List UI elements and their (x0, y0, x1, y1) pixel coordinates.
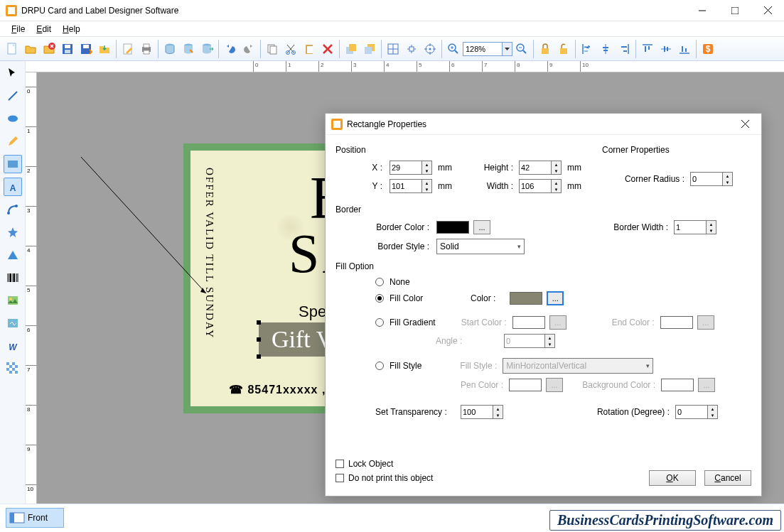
lock-icon[interactable] (537, 40, 554, 58)
align-top-icon[interactable] (639, 40, 656, 58)
corner-radius-spinner[interactable]: ▲▼ (723, 172, 733, 186)
svg-rect-21 (270, 46, 276, 54)
pointer-tool[interactable] (4, 64, 22, 82)
phone-text[interactable]: ☎ 85471xxxxx ,95 (229, 383, 340, 396)
border-color-swatch[interactable] (436, 221, 469, 234)
svg-rect-9 (65, 45, 70, 48)
star-tool[interactable] (4, 223, 22, 241)
barcode-tool[interactable] (4, 268, 22, 287)
transparency-input[interactable] (461, 405, 493, 419)
grid-icon[interactable] (385, 40, 402, 58)
noprint-checkbox[interactable] (335, 474, 344, 482)
image-tool[interactable] (4, 291, 22, 310)
svg-rect-1 (8, 7, 15, 14)
ellipse-tool[interactable] (4, 109, 22, 128)
dialog-close-button[interactable] (734, 114, 756, 135)
undo-icon[interactable] (222, 40, 239, 58)
offer-text[interactable]: OFFER VALID TILL SUNDAY (203, 168, 215, 339)
cancel-button[interactable]: Cancel (704, 470, 751, 486)
close-file-icon[interactable] (41, 40, 58, 58)
send-back-icon[interactable] (361, 40, 378, 58)
fill-color-picker[interactable]: ... (547, 291, 564, 305)
library-tool[interactable] (4, 314, 22, 332)
transparency-spinner[interactable]: ▲▼ (493, 405, 503, 419)
cut-icon[interactable] (282, 40, 299, 58)
menubar: File Edit Help (0, 21, 784, 37)
start-color-picker: ... (549, 315, 566, 330)
line-tool[interactable] (4, 87, 22, 105)
zoom-out-icon[interactable] (513, 40, 530, 58)
width-input[interactable] (519, 179, 552, 193)
x-input[interactable] (390, 161, 422, 175)
database-edit-icon[interactable] (180, 40, 197, 58)
height-spinner[interactable]: ▲▼ (552, 161, 562, 175)
price-icon[interactable]: $ (699, 40, 716, 58)
radio-none[interactable] (375, 278, 384, 286)
target-icon[interactable] (421, 40, 439, 58)
align-right-icon[interactable] (616, 40, 633, 58)
svg-rect-42 (560, 48, 567, 54)
lock-checkbox[interactable] (335, 460, 344, 468)
radio-fill-gradient[interactable] (375, 318, 384, 327)
ok-button[interactable]: OK (649, 470, 696, 486)
arc-tool[interactable] (4, 200, 22, 219)
open-icon[interactable] (22, 40, 39, 58)
delete-icon[interactable] (319, 40, 336, 58)
border-width-spinner[interactable]: ▲▼ (707, 220, 716, 234)
svg-rect-28 (367, 44, 375, 51)
database-icon[interactable] (161, 40, 178, 58)
svg-point-38 (517, 44, 524, 51)
minimize-button[interactable] (686, 0, 719, 21)
new-icon[interactable] (4, 40, 21, 58)
align-bottom-icon[interactable] (676, 40, 693, 58)
pencil-tool[interactable] (4, 132, 22, 151)
rectangle-tool[interactable] (4, 155, 22, 173)
redo-icon[interactable] (240, 40, 257, 58)
y-spinner[interactable]: ▲▼ (422, 179, 432, 193)
zoom-dropdown[interactable] (503, 42, 512, 56)
copy-icon[interactable] (264, 40, 281, 58)
radio-fill-color[interactable] (375, 294, 384, 303)
print-icon[interactable] (138, 40, 155, 58)
y-input[interactable] (390, 179, 422, 193)
paste-icon[interactable] (301, 40, 318, 58)
triangle-tool[interactable] (4, 246, 22, 264)
align-left-icon[interactable] (579, 40, 596, 58)
save-as-icon[interactable] (77, 40, 95, 58)
close-button[interactable] (751, 0, 784, 21)
height-input[interactable] (519, 161, 552, 175)
width-spinner[interactable]: ▲▼ (552, 179, 562, 193)
text-tool[interactable]: A (4, 178, 22, 196)
rotation-spinner[interactable]: ▲▼ (708, 405, 718, 419)
x-spinner[interactable]: ▲▼ (422, 161, 432, 175)
align-center-v-icon[interactable] (657, 40, 675, 58)
corner-radius-input[interactable] (690, 172, 723, 186)
menu-file[interactable]: File (6, 23, 31, 36)
border-color-picker[interactable]: ... (473, 220, 490, 234)
dialog-titlebar[interactable]: Rectangle Properties (326, 114, 761, 135)
menu-edit[interactable]: Edit (31, 23, 57, 36)
rotation-input[interactable] (675, 405, 708, 419)
edit-icon[interactable] (119, 40, 136, 58)
pattern-tool[interactable] (4, 359, 22, 378)
front-tab[interactable]: Front (6, 508, 64, 528)
svg-rect-41 (542, 48, 549, 54)
zoom-value[interactable]: 128% (463, 42, 503, 56)
border-width-input[interactable] (674, 220, 707, 234)
save-icon[interactable] (59, 40, 76, 58)
svg-rect-30 (388, 44, 398, 54)
svg-point-36 (449, 44, 456, 51)
align-center-h-icon[interactable] (597, 40, 614, 58)
zoom-in-icon[interactable] (445, 40, 462, 58)
wordart-tool[interactable]: W (4, 337, 22, 355)
fill-color-swatch[interactable] (510, 292, 542, 305)
database-export-icon[interactable] (198, 40, 215, 58)
bring-front-icon[interactable] (343, 40, 360, 58)
maximize-button[interactable] (719, 0, 751, 21)
menu-help[interactable]: Help (57, 23, 86, 36)
border-style-select[interactable]: Solid▾ (436, 239, 525, 254)
radio-fill-style[interactable] (375, 362, 384, 370)
export-icon[interactable] (96, 40, 113, 58)
snap-icon[interactable] (403, 40, 420, 58)
unlock-icon[interactable] (555, 40, 572, 58)
